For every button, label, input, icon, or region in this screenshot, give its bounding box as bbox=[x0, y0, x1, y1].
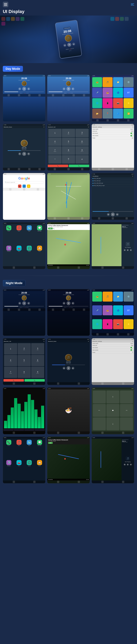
night-auto-answer-toggle[interactable] bbox=[130, 347, 133, 348]
night-music-2-bar-1 bbox=[52, 308, 54, 311]
hero-controls: ⏮ ⏸ ⏭ bbox=[63, 42, 75, 48]
carplay-waze-icon: 🚗 bbox=[16, 246, 22, 251]
day-bt-call-statusbar: 17:46▲ ■ bbox=[47, 124, 90, 126]
night-music-2-fill bbox=[49, 306, 62, 306]
day-bt-settings-bar-1 bbox=[98, 168, 100, 170]
day-local-bar-1 bbox=[98, 217, 100, 220]
day-bt-settings-bar-3 bbox=[126, 168, 128, 170]
night-nav-arrow-left: ← bbox=[93, 404, 106, 417]
power-toggle[interactable] bbox=[130, 137, 133, 139]
local-dot-1 bbox=[92, 178, 94, 179]
day-carplay-grid: 📞 Phone 🎵 Music 🗺️ Maps 💬 Messages bbox=[3, 224, 45, 266]
day-apps-sim: 18:44▲ ■ 📻 🎵 📁 ⚙️ ✈️ 📻 🔵 BT 🌐 📱 📷 ⭐ 📂 bbox=[92, 75, 134, 122]
night-nav-bottombar bbox=[92, 432, 134, 434]
app-icon-7: 🔵 bbox=[113, 88, 123, 98]
night-nav-arrows-grid: ↑ ← ● → ↓ bbox=[92, 390, 134, 432]
carplay-app-home: 🏠 Home bbox=[35, 246, 44, 265]
night-maps-statusbar: 18:03▲ ■ bbox=[47, 437, 90, 439]
night-carplay-podcast: 🎙️ Podcasts bbox=[4, 460, 14, 480]
day-local-play: ⏸ bbox=[111, 212, 115, 216]
day-bt-call-answer: 📞 bbox=[69, 165, 89, 167]
carplay-spotify-label: Spotify bbox=[28, 251, 30, 252]
day-go-button[interactable]: GO bbox=[48, 228, 52, 230]
day-google-search[interactable]: 🔍 Search or type URL bbox=[4, 181, 44, 184]
night-power-toggle[interactable] bbox=[130, 352, 133, 353]
day-bt-music-bottombar bbox=[3, 168, 45, 170]
day-notplaying-content: 10:19 ETA 3.0 mi Start on Donglue Road 🎵… bbox=[92, 224, 134, 266]
night-num-9: 9WXYZ bbox=[31, 366, 44, 378]
night-app-grid: 📻 🎵 📁 ⚙️ ✈️ 📻 🔵 BT 🌐 📱 📷 ⭐ bbox=[92, 291, 134, 333]
day-notplaying-bar-1 bbox=[101, 266, 104, 269]
night-carplay-msg-icon: 💬 bbox=[37, 440, 42, 445]
night-num-7: 7PQRS bbox=[4, 366, 17, 378]
night-eta-distance: 3.0 mi bbox=[86, 479, 89, 480]
night-nav-arrows-sim: 18:03▲ ■ ↑ ← ● → ↓ bbox=[92, 388, 134, 434]
night-bt-call-sim: 17:46▲ ■ Bluetooth_Call✕ 1 2ABC 3DEF 4GH… bbox=[3, 338, 45, 385]
day-bt-music-play: ⏸ bbox=[22, 152, 26, 156]
header bbox=[0, 0, 137, 9]
day-music-sim-1: 18:44▲ ■ 20:08 A soothing piece of music… bbox=[3, 75, 45, 122]
day-notplaying-statusbar: 18:03▲ ■ bbox=[92, 222, 134, 224]
setting-auto-answer: Auto answer bbox=[92, 132, 134, 134]
carplay-app-phone: 📞 Phone bbox=[4, 225, 14, 245]
day-music-1-bar-4 bbox=[38, 94, 41, 96]
night-carplay-music: 🎵 Music bbox=[14, 440, 24, 459]
num-6: 6MNO bbox=[76, 138, 89, 146]
night-maps-bar-2 bbox=[78, 481, 80, 483]
night-auto-connect-toggle[interactable] bbox=[130, 349, 133, 351]
day-notplaying-bar-2 bbox=[122, 266, 124, 269]
day-apps-bar-3 bbox=[117, 119, 119, 121]
day-row-4: 18:03▲ ■ 📞 Phone 🎵 Music 🗺️ Maps bbox=[3, 222, 134, 269]
day-bt-call-actions: 📞 📞 bbox=[47, 164, 90, 168]
header-left bbox=[3, 2, 8, 7]
night-music-2-progress bbox=[49, 306, 88, 306]
num-8: 8TUV bbox=[62, 146, 75, 155]
day-notplaying-bottombar bbox=[92, 266, 134, 269]
menu-icon[interactable] bbox=[3, 2, 8, 7]
night-music-2-art: 🎵 bbox=[66, 296, 71, 300]
night-num-2: 2ABC bbox=[18, 343, 31, 354]
night-music-2-prev: ⏮ bbox=[63, 302, 66, 305]
carplay-app-music: 🎵 Music bbox=[14, 225, 24, 245]
night-music-1-next: ⏭ bbox=[27, 302, 30, 305]
local-music-item-2: 华乐_抖音.mp4 bbox=[92, 180, 134, 182]
day-bt-settings-bar-2 bbox=[112, 168, 114, 170]
day-music-1-bar-2 bbox=[18, 94, 20, 96]
night-carplay-msg: 💬 Messages bbox=[35, 440, 44, 459]
auto-connect-toggle[interactable] bbox=[130, 135, 133, 136]
night-row-3: 13:54▲ ■ bbox=[3, 387, 134, 434]
night-go-button[interactable]: GO bbox=[48, 442, 52, 444]
night-wave-ctrl-1 bbox=[4, 429, 14, 431]
auto-answer-toggle[interactable] bbox=[130, 132, 133, 134]
day-bt-music-next: ⏭ bbox=[27, 152, 30, 155]
day-local-music-sim: 17:46▲ ■ SocialMusic✕ 华乐_抖音.mp4 华乐_抖音.mp… bbox=[92, 173, 134, 220]
night-carplay-maps-label: Maps bbox=[28, 445, 30, 446]
carplay-podcast-label: Podcasts bbox=[7, 251, 10, 252]
day-local-music-bottombar bbox=[92, 217, 134, 220]
local-music-item-1: 华乐_抖音.mp4 bbox=[92, 177, 134, 180]
day-mode-section: Day Mode 18:44▲ ■ 20:08 A soothing piece… bbox=[0, 63, 137, 274]
day-music-2-next: ⏭ bbox=[72, 88, 74, 90]
night-nav-arrow-right: → bbox=[120, 404, 133, 417]
wave-bar-3 bbox=[11, 408, 14, 428]
day-map-bottombar bbox=[47, 217, 90, 220]
day-apps-bar-4 bbox=[127, 119, 130, 121]
night-nav-arrow-center: ● bbox=[106, 404, 120, 417]
night-carplay-bar-1 bbox=[13, 481, 15, 483]
day-restaurant-actions: GO 📞 bbox=[48, 228, 89, 230]
day-apps-bottombar bbox=[92, 119, 134, 121]
night-carplay-home: 🏠 Home bbox=[35, 460, 44, 480]
day-bt-music-content: 🎵 Music Title Music Album Music Artist ⏮… bbox=[3, 128, 45, 168]
nav-lines-icon[interactable] bbox=[131, 4, 134, 6]
day-map-sim: 10:22▲ ■ bbox=[47, 173, 90, 220]
night-nav-arrow-tl bbox=[93, 390, 106, 404]
night-carplay-music-label: Music bbox=[18, 445, 20, 446]
carplay-maps-label: Maps bbox=[28, 231, 30, 232]
night-carplay-grid: 📞 Phone 🎵 Music 🗺️ Maps 💬 Messages bbox=[3, 439, 45, 480]
night-apps-screen: 18:44▲ ■ 📻 🎵 📁 ⚙️ ✈️ 📻 🔵 BT 🌐 📱 📷 ⭐ bbox=[92, 289, 134, 336]
day-notplaying-map bbox=[92, 224, 122, 266]
wave-bar-7 bbox=[24, 402, 28, 428]
carplay-home-icon: 🏠 bbox=[37, 246, 42, 251]
day-bt-call-bar-3 bbox=[81, 168, 83, 170]
bg-icons-right bbox=[110, 17, 136, 21]
